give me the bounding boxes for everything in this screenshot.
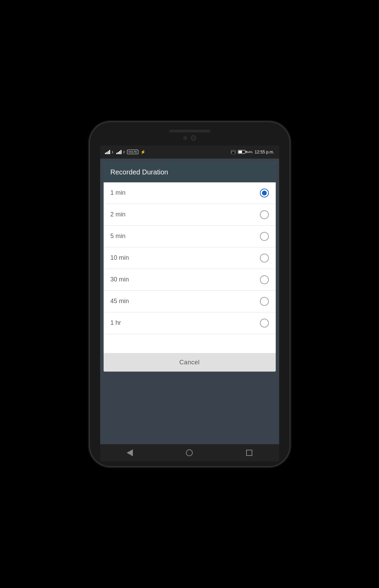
recents-icon — [246, 450, 252, 456]
dialog-footer: Cancel — [104, 353, 276, 372]
phone-shell: 1 2 VOLTE ⚡ 📳 — [90, 122, 289, 466]
option-label-1-min: 1 min — [110, 189, 126, 196]
status-bar: 1 2 VOLTE ⚡ 📳 — [100, 146, 279, 159]
front-camera — [191, 135, 196, 141]
radio-1-hr[interactable] — [260, 319, 269, 328]
bottom-nav-bar — [100, 444, 279, 461]
battery-box — [238, 150, 245, 154]
radio-10-min[interactable] — [260, 254, 269, 263]
recents-button[interactable] — [242, 446, 256, 460]
time-display: 12:55 p.m. — [255, 150, 274, 154]
back-button[interactable] — [123, 446, 137, 460]
option-1-min[interactable]: 1 min — [104, 182, 276, 204]
empty-row — [104, 334, 276, 353]
home-button[interactable] — [182, 446, 196, 460]
battery-percentage: 54% — [246, 150, 253, 154]
signal-label-2: 2 — [123, 150, 125, 154]
radio-5-min[interactable] — [260, 232, 269, 241]
proximity-sensor — [183, 136, 187, 140]
signal-strength-2 — [116, 150, 122, 154]
battery-fill — [239, 151, 242, 153]
vibrate-icon: 📳 — [231, 150, 236, 154]
speaker-grill — [169, 130, 210, 132]
status-left: 1 2 VOLTE ⚡ — [105, 150, 146, 154]
dialog-options: 1 min 2 min 5 min — [104, 182, 276, 353]
battery-indicator: 54% — [238, 150, 253, 154]
dialog-overlay: Recorded Duration 1 min 2 min — [100, 159, 279, 444]
volte-badge: VOLTE — [127, 150, 139, 154]
cancel-button[interactable]: Cancel — [179, 359, 200, 366]
status-right: 📳 54% 12:55 p.m. — [231, 150, 274, 154]
app-background: SVR Setup Recorded Duration 1 min — [100, 159, 279, 444]
radio-45-min[interactable] — [260, 297, 269, 306]
option-label-10-min: 10 min — [110, 254, 129, 261]
option-30-min[interactable]: 30 min — [104, 269, 276, 291]
radio-1-min[interactable] — [260, 189, 269, 197]
option-1-hr[interactable]: 1 hr — [104, 312, 276, 334]
option-2-min[interactable]: 2 min — [104, 204, 276, 226]
option-label-30-min: 30 min — [110, 276, 129, 283]
signal-label-1: 1 — [112, 150, 114, 154]
home-icon — [186, 449, 193, 456]
signal-strength-1 — [105, 150, 110, 154]
option-45-min[interactable]: 45 min — [104, 291, 276, 312]
radio-30-min[interactable] — [260, 275, 269, 284]
camera-row — [183, 135, 196, 141]
option-label-1-hr: 1 hr — [110, 319, 121, 327]
dialog-title: Recorded Duration — [104, 162, 276, 182]
option-5-min[interactable]: 5 min — [104, 226, 276, 247]
back-icon — [127, 449, 133, 456]
option-label-5-min: 5 min — [110, 233, 126, 240]
recorded-duration-dialog: Recorded Duration 1 min 2 min — [104, 162, 276, 372]
option-label-45-min: 45 min — [110, 298, 129, 305]
screen: 1 2 VOLTE ⚡ 📳 — [100, 146, 279, 461]
radio-inner-1-min — [262, 191, 267, 195]
radio-2-min[interactable] — [260, 210, 269, 219]
option-10-min[interactable]: 10 min — [104, 247, 276, 269]
option-label-2-min: 2 min — [110, 211, 126, 218]
usb-icon: ⚡ — [140, 150, 146, 154]
